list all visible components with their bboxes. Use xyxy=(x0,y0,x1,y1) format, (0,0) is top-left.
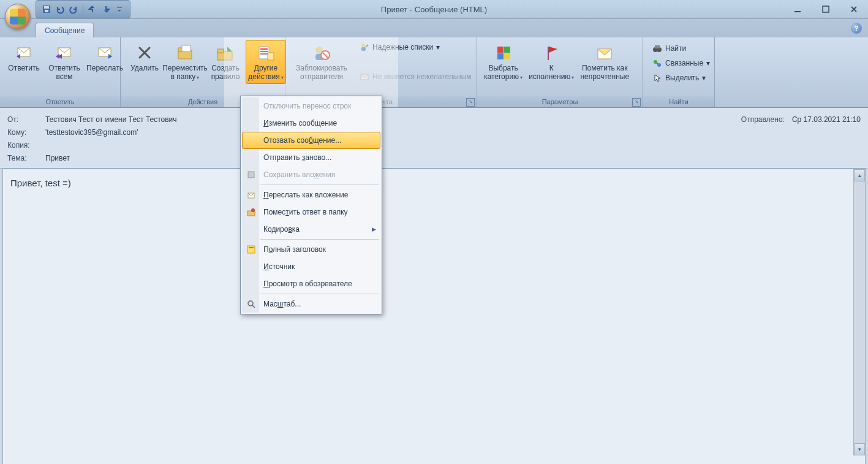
qat-more-icon[interactable] xyxy=(113,2,126,16)
ribbon: Ответить Ответитьвсем Переслать Ответить… xyxy=(0,37,868,108)
svg-rect-16 xyxy=(260,51,268,52)
scroll-up-icon[interactable]: ▴ xyxy=(854,169,865,181)
scrollbar-vertical[interactable]: ▴ ▾ xyxy=(853,169,865,455)
mark-unread-button[interactable]: Пометить какнепрочтенные xyxy=(577,40,632,83)
to-value: 'testtestovic395@gmail.com' xyxy=(45,128,861,137)
binoculars-icon xyxy=(652,44,662,53)
delete-icon xyxy=(135,43,154,63)
svg-rect-4 xyxy=(794,11,801,12)
svg-rect-26 xyxy=(504,47,510,53)
svg-rect-15 xyxy=(260,48,268,50)
reply-all-button[interactable]: Ответитьвсем xyxy=(44,40,85,83)
categorize-button[interactable]: Выбратькатегорию▾ xyxy=(481,40,526,84)
to-label: Кому: xyxy=(7,128,45,137)
other-actions-icon xyxy=(256,43,276,63)
from-label: От: xyxy=(7,115,45,124)
svg-rect-28 xyxy=(504,53,510,59)
followup-button[interactable]: Кисполнению▾ xyxy=(526,40,577,84)
create-rule-button[interactable]: Создатьправило xyxy=(205,40,246,83)
group-reply: Ответить Ответитьвсем Переслать Ответить xyxy=(0,37,121,107)
svg-rect-41 xyxy=(249,247,254,248)
sent-label: Отправлено: xyxy=(741,115,785,124)
from-value: Тестович Тест от имени Тест Тестович xyxy=(45,115,741,124)
svg-rect-27 xyxy=(497,53,504,59)
cc-label: Копия: xyxy=(7,141,45,150)
move-to-folder-button[interactable]: Переместитьв папку▾ xyxy=(165,40,205,84)
reply-all-icon xyxy=(55,43,74,63)
svg-rect-11 xyxy=(182,45,191,51)
window-title: Привет - Сообщение (HTML) xyxy=(381,5,487,14)
group-find: Найти Связанные▾ Выделить▾ Найти xyxy=(643,37,715,107)
other-actions-menu: Отключить перенос строк Изменить сообщен… xyxy=(240,96,382,314)
svg-point-39 xyxy=(251,208,255,212)
forward-attachment-icon xyxy=(246,190,256,200)
forward-button[interactable]: Переслать xyxy=(85,40,125,74)
junk-launcher-icon[interactable]: ↘ xyxy=(466,98,475,107)
next-icon[interactable] xyxy=(99,2,113,16)
menu-resend[interactable]: Отправить заново... xyxy=(242,149,380,166)
menu-zoom[interactable]: Масштаб... xyxy=(242,295,380,313)
undo-icon[interactable] xyxy=(53,2,67,16)
menu-save-attachments: Сохранить вложения xyxy=(242,166,380,183)
reply-button[interactable]: Ответить xyxy=(4,40,44,74)
office-button[interactable] xyxy=(5,4,31,29)
svg-rect-1 xyxy=(44,6,49,9)
related-button[interactable]: Связанные▾ xyxy=(649,56,713,70)
flag-icon xyxy=(542,43,561,63)
quick-access-toolbar xyxy=(36,0,130,18)
svg-point-42 xyxy=(248,301,253,306)
tab-message[interactable]: Сообщение xyxy=(36,23,94,37)
menu-view-browser[interactable]: Просмотр в обозревателе xyxy=(242,275,380,292)
svg-rect-5 xyxy=(823,6,829,12)
maximize-button[interactable] xyxy=(812,0,840,18)
block-sender-button[interactable]: Заблокироватьотправителя xyxy=(289,40,354,83)
message-body[interactable]: Привет, test =) ▴ ▾ xyxy=(2,169,866,464)
options-launcher-icon[interactable]: ↘ xyxy=(632,98,641,107)
subject-label: Тема: xyxy=(7,154,45,162)
minimize-button[interactable] xyxy=(783,0,812,18)
group-find-label: Найти xyxy=(643,96,714,107)
menu-encoding[interactable]: Кодировка▶ xyxy=(242,221,380,238)
select-button[interactable]: Выделить▾ xyxy=(649,70,713,85)
svg-rect-2 xyxy=(45,10,48,12)
delete-button[interactable]: Удалить xyxy=(124,40,165,74)
close-button[interactable] xyxy=(840,0,868,18)
menu-source[interactable]: Источник xyxy=(242,258,380,275)
title-bar: Привет - Сообщение (HTML) xyxy=(0,0,868,19)
not-junk-icon xyxy=(360,72,369,82)
reply-icon xyxy=(14,43,34,63)
message-body-container: Привет, test =) ▴ ▾ xyxy=(0,169,868,464)
find-button[interactable]: Найти xyxy=(649,41,713,56)
unread-icon xyxy=(595,43,614,63)
menu-recall-message[interactable]: Отозвать сообщение... xyxy=(242,132,380,149)
prev-icon[interactable] xyxy=(86,2,99,16)
scroll-down-icon[interactable]: ▾ xyxy=(854,443,865,455)
subject-value: Привет xyxy=(45,154,861,162)
group-reply-label: Ответить xyxy=(0,96,120,107)
save-icon[interactable] xyxy=(40,2,53,16)
svg-rect-33 xyxy=(655,45,660,48)
menu-forward-attachment[interactable]: Переслать как вложение xyxy=(242,186,380,203)
menu-full-header[interactable]: Полный заголовок xyxy=(242,241,380,258)
block-sender-icon xyxy=(312,43,331,63)
svg-rect-18 xyxy=(268,53,274,60)
folder-move-icon xyxy=(175,43,195,63)
message-header: От: Тестович Тест от имени Тест Тестович… xyxy=(0,108,868,169)
cursor-icon xyxy=(652,73,662,83)
group-options-label: Параметры↘ xyxy=(477,96,643,107)
menu-move-reply[interactable]: Поместить ответ в папку xyxy=(242,203,380,221)
zoom-icon xyxy=(246,299,256,309)
redo-icon[interactable] xyxy=(67,2,80,16)
svg-rect-3 xyxy=(117,7,122,8)
forward-icon xyxy=(95,43,115,63)
menu-edit-message[interactable]: Изменить сообщение xyxy=(242,115,380,132)
rule-icon xyxy=(216,43,235,63)
safe-lists-icon xyxy=(360,42,369,52)
related-icon xyxy=(652,58,662,68)
categorize-icon xyxy=(494,43,513,63)
help-button[interactable]: ? xyxy=(851,23,862,34)
safe-lists-button[interactable]: Надежные списки▾ xyxy=(357,40,475,55)
menu-disable-wrap: Отключить перенос строк xyxy=(242,97,380,115)
other-actions-button[interactable]: Другиедействия▾ xyxy=(246,40,286,84)
move-reply-icon xyxy=(246,207,256,217)
